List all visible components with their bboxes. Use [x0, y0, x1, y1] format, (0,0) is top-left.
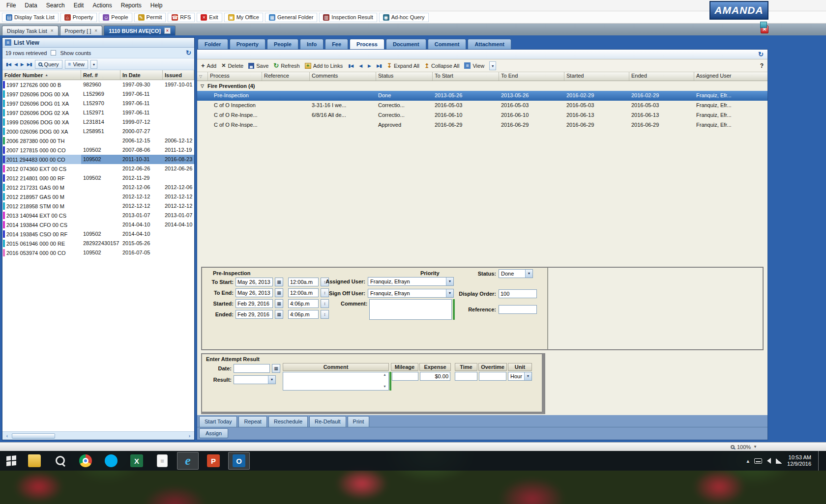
folder-row[interactable]: 1997 D26096 DOG 01 XA L152970 1997-06-11 — [2, 99, 194, 108]
show-desktop-button[interactable] — [818, 451, 821, 471]
process-row[interactable]: C of O Re-Inspe... 6/8/16 All de... Corr… — [197, 111, 767, 120]
column-header-in-date[interactable]: In Date — [120, 70, 163, 80]
keyboard-icon[interactable] — [754, 458, 762, 464]
menu-item[interactable]: Actions — [88, 0, 116, 10]
taskbar-app[interactable]: X — [126, 452, 148, 470]
calendar-icon[interactable]: ▦ — [272, 364, 280, 373]
last-record-icon[interactable]: ▶▮ — [27, 62, 32, 67]
taskbar-app[interactable]: P — [203, 452, 224, 470]
column-header-to-start[interactable]: To Start — [433, 72, 499, 81]
tray-expand-icon[interactable]: ▴ — [747, 458, 750, 464]
folder-row[interactable]: 2006 287380 000 00 TH 2006-12-15 2006-12… — [2, 136, 194, 145]
zoom-icon[interactable] — [731, 445, 735, 449]
process-row[interactable]: C of O Re-Inspe... Approved 2016-06-29 2… — [197, 120, 767, 130]
date-field[interactable]: May 26, 2013 — [236, 288, 273, 297]
folder-row[interactable]: 2007 127815 000 00 CO 109502 2007-08-06 … — [2, 145, 194, 155]
save-button[interactable]: Save — [248, 63, 268, 69]
detail-tab[interactable]: Comment — [428, 39, 467, 49]
menu-item[interactable]: File — [2, 0, 20, 10]
taskbar-app[interactable]: e — [177, 452, 199, 470]
date-field[interactable]: May 26, 2013 — [236, 278, 273, 286]
date-field[interactable]: Feb 29, 2016 — [236, 299, 273, 308]
toolbar-button[interactable]: × Exit — [197, 13, 222, 22]
calendar-icon[interactable]: ▦ — [275, 288, 283, 297]
folder-row[interactable]: 1999 D26096 DOG 00 XA L231814 1999-07-12 — [2, 117, 194, 127]
column-header-status[interactable]: Status — [376, 72, 433, 81]
folder-row[interactable]: 1997 127626 000 00 B 982960 1997-09-30 1… — [2, 80, 194, 89]
toolbar-button[interactable]: ▥ Inspection Result — [319, 13, 377, 22]
detail-refresh-icon[interactable]: ↻ — [758, 51, 764, 58]
toolbar-button[interactable]: ☺ People — [99, 13, 132, 22]
scroll-left-icon[interactable]: ‹ — [3, 433, 11, 439]
detail-tab[interactable]: Fee — [325, 39, 348, 49]
folder-row[interactable]: 1997 D26096 DOG 00 XA L152969 1997-06-11 — [2, 89, 194, 99]
detail-tab[interactable]: Document — [386, 39, 426, 49]
display-order-field[interactable]: 100 — [499, 289, 537, 298]
folder-row[interactable]: 2012 214801 000 00 RF 109502 2012-11-29 — [2, 173, 194, 183]
view-dropdown-icon[interactable]: ▼ — [90, 60, 97, 69]
zoom-dropdown-icon[interactable]: ▼ — [753, 445, 757, 449]
folder-row[interactable]: 2011 294483 000 00 CO 109502 2011-10-31 … — [2, 155, 194, 164]
time-spinner-icon[interactable]: ↕ — [321, 299, 329, 308]
calendar-icon[interactable]: ▦ — [275, 299, 283, 308]
detail-tab[interactable]: Property — [230, 39, 266, 49]
window-tab[interactable]: 1110 BUSH AVE[CO] × — [104, 26, 176, 35]
folder-row[interactable]: 2012 218957 GAS 00 M 2012-12-12 2012-12-… — [2, 192, 194, 201]
taskbar-app[interactable]: O — [228, 452, 250, 470]
attempt-time-field[interactable] — [455, 372, 477, 381]
attempt-comment-textarea[interactable] — [283, 372, 389, 391]
taskbar-app[interactable] — [75, 452, 96, 470]
scrollbar-thumb[interactable] — [12, 433, 55, 439]
process-action-button[interactable]: Repeat — [238, 416, 266, 427]
window-tab[interactable]: Property [ ] × — [60, 26, 103, 35]
collapse-group-icon[interactable]: ▽ — [201, 84, 204, 88]
process-row[interactable]: C of O Inspection 3-31-16 I we... Correc… — [197, 101, 767, 111]
time-field[interactable]: 4:06p.m — [288, 310, 319, 319]
column-header-reference[interactable]: Reference — [262, 72, 310, 81]
process-action-button[interactable]: Re-Default — [309, 416, 346, 427]
toolbar-button[interactable]: ☎ RFS — [168, 13, 195, 22]
process-view-button[interactable]: ≡ View — [464, 62, 484, 69]
process-row[interactable]: Pre-Inspection Done 2013-05-26 2013-05-2… — [197, 91, 767, 101]
scroll-up-icon[interactable]: ▲ — [383, 373, 386, 376]
detail-tab[interactable]: Attachment — [468, 39, 511, 49]
show-counts-checkbox[interactable] — [51, 50, 56, 56]
refresh-button[interactable]: ↻ Refresh — [273, 62, 299, 69]
column-header-ended[interactable]: Ended — [629, 72, 694, 81]
window-tab[interactable]: Display Task List × — [2, 26, 59, 35]
expense-field[interactable]: $0.00 — [420, 372, 450, 381]
calendar-icon[interactable]: ▦ — [275, 278, 283, 286]
delete-button[interactable]: ✕ Delete — [221, 62, 243, 69]
attempt-result-select[interactable]: ▼ — [234, 375, 276, 384]
date-field[interactable]: Feb 29, 2016 — [236, 310, 273, 319]
menu-item[interactable]: Reports — [117, 0, 146, 10]
process-action-button[interactable]: Print — [348, 416, 370, 427]
menu-item[interactable]: Edit — [69, 0, 88, 10]
column-header-to-end[interactable]: To End — [499, 72, 564, 81]
process-group-row[interactable]: ▽ Fire Prevention (4) — [197, 81, 767, 91]
calendar-icon[interactable]: ▦ — [275, 310, 283, 319]
folder-row[interactable]: 2012 074360 EXT 00 CS 2012-06-26 2012-06… — [2, 164, 194, 173]
scroll-right-icon[interactable]: › — [186, 433, 193, 439]
status-select[interactable]: Done ▼ — [499, 269, 533, 278]
assigned-user-select[interactable]: Franquiz, Efrayn ▼ — [368, 277, 454, 286]
toolbar-button[interactable]: ▤ Display Task List — [2, 13, 59, 22]
filter-icon[interactable]: ▽ — [197, 72, 208, 81]
view-button[interactable]: ≡ View — [65, 60, 88, 69]
folder-row[interactable]: 2014 193844 CFO 00 CS 2014-04-10 2014-04… — [2, 220, 194, 229]
time-spinner-icon[interactable]: ↕ — [321, 310, 329, 319]
attempt-date-field[interactable] — [234, 364, 270, 373]
zoom-level[interactable]: 100% — [737, 444, 751, 450]
process-view-dropdown-icon[interactable]: ▼ — [489, 61, 496, 70]
first-record-icon[interactable]: ▮◀ — [5, 62, 11, 67]
process-action-button[interactable]: Reschedule — [268, 416, 308, 427]
menu-item[interactable]: Search — [42, 0, 69, 10]
toolbar-button[interactable]: ▦ General Folder — [265, 13, 317, 22]
help-button[interactable]: ? — [760, 62, 764, 69]
detail-tab[interactable]: Folder — [198, 39, 228, 49]
folder-row[interactable]: 2016 053974 000 00 CO 109502 2016-07-05 — [2, 248, 194, 257]
detail-tab[interactable]: People — [267, 39, 298, 49]
add-button[interactable]: + Add — [201, 62, 216, 69]
folder-row[interactable]: 2000 026096 DOG 00 XA L258951 2000-07-27 — [2, 127, 194, 136]
toolbar-button[interactable]: ◉ Ad-hoc Query — [379, 13, 429, 22]
